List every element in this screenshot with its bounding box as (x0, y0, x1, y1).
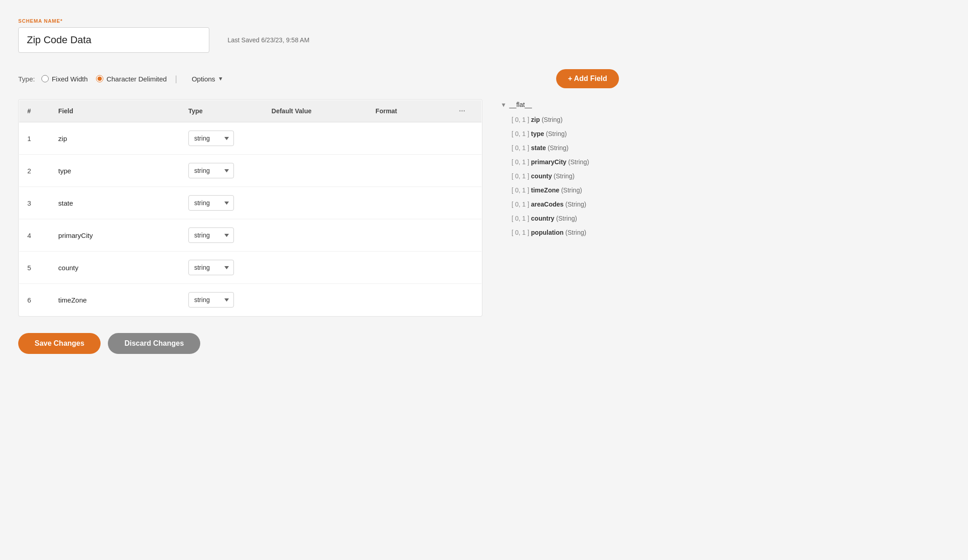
options-button[interactable]: Options ▼ (185, 72, 230, 86)
field-name: county (58, 264, 78, 272)
type-fixed-width[interactable]: Fixed Width (41, 75, 88, 83)
save-changes-button[interactable]: Save Changes (18, 333, 101, 354)
field-name: timeZone (58, 296, 87, 304)
field-range: [ 0, 1 ] (512, 229, 531, 236)
tree-chevron-icon: ▼ (501, 101, 507, 108)
type-select[interactable]: stringintegerfloatbooleandatedatetime (188, 163, 234, 178)
field-range: [ 0, 1 ] (512, 130, 531, 137)
table-row: 2typestringintegerfloatbooleandatedateti… (19, 155, 482, 187)
pipe-divider: | (175, 74, 177, 84)
field-type-sidebar: (String) (544, 130, 567, 137)
type-select[interactable]: stringintegerfloatbooleandatedatetime (188, 260, 234, 275)
sidebar-tree: ▼ __flat__ [ 0, 1 ] zip (String)[ 0, 1 ]… (501, 101, 619, 240)
field-range: [ 0, 1 ] (512, 144, 531, 151)
add-field-button[interactable]: + Add Field (556, 69, 619, 88)
field-name-sidebar: state (531, 144, 546, 151)
field-name: type (58, 167, 71, 175)
field-name-sidebar: type (531, 130, 544, 137)
field-range: [ 0, 1 ] (512, 116, 531, 123)
field-name-sidebar: areaCodes (531, 201, 564, 208)
tree-root-label: __flat__ (509, 101, 532, 108)
character-delimited-radio[interactable] (96, 75, 103, 82)
field-name-sidebar: country (531, 215, 554, 222)
tree-root: ▼ __flat__ (501, 101, 619, 108)
col-header-field: Field (50, 100, 180, 122)
table-row: 1zipstringintegerfloatbooleandatedatetim… (19, 122, 482, 155)
row-number: 6 (27, 296, 31, 304)
field-type-sidebar: (String) (540, 116, 563, 123)
sidebar-tree-item: [ 0, 1 ] type (String) (501, 127, 619, 141)
type-radio-group: Fixed Width Character Delimited (41, 75, 167, 83)
type-label: Type: (18, 75, 35, 83)
field-range: [ 0, 1 ] (512, 172, 531, 180)
field-type-sidebar: (String) (563, 229, 586, 236)
field-type-sidebar: (String) (554, 215, 577, 222)
col-header-default: Default Value (264, 100, 368, 122)
field-name-sidebar: timeZone (531, 187, 559, 194)
field-type-sidebar: (String) (552, 172, 575, 180)
field-name: primaryCity (58, 232, 93, 239)
character-delimited-label: Character Delimited (106, 75, 167, 83)
field-range: [ 0, 1 ] (512, 187, 531, 194)
footer: Save Changes Discard Changes (18, 333, 619, 354)
type-character-delimited[interactable]: Character Delimited (96, 75, 167, 83)
field-name-sidebar: primaryCity (531, 158, 567, 166)
type-select[interactable]: stringintegerfloatbooleandatedatetime (188, 131, 234, 146)
sidebar-tree-item: [ 0, 1 ] population (String) (501, 226, 619, 240)
col-header-more: ⋯ (451, 100, 482, 122)
field-name-sidebar: zip (531, 116, 540, 123)
field-range: [ 0, 1 ] (512, 201, 531, 208)
discard-changes-button[interactable]: Discard Changes (108, 333, 200, 354)
table-row: 5countystringintegerfloatbooleandatedate… (19, 252, 482, 284)
schema-name-label: SCHEMA NAME* (18, 18, 619, 24)
field-type-sidebar: (String) (567, 158, 589, 166)
last-saved-text: Last Saved 6/23/23, 9:58 AM (228, 36, 309, 44)
field-type-sidebar: (String) (559, 187, 582, 194)
sidebar-tree-item: [ 0, 1 ] country (String) (501, 212, 619, 226)
fields-table: # Field Type Default Value Format ⋯ 1zip… (19, 100, 482, 316)
table-row: 3statestringintegerfloatbooleandatedatet… (19, 187, 482, 219)
field-range: [ 0, 1 ] (512, 215, 531, 222)
schema-name-input[interactable] (18, 27, 209, 53)
field-name-sidebar: county (531, 172, 552, 180)
field-name: state (58, 199, 73, 207)
sidebar-tree-item: [ 0, 1 ] timeZone (String) (501, 183, 619, 197)
type-select[interactable]: stringintegerfloatbooleandatedatetime (188, 227, 234, 243)
sidebar-tree-item: [ 0, 1 ] state (String) (501, 141, 619, 155)
sidebar-panel: ▼ __flat__ [ 0, 1 ] zip (String)[ 0, 1 ]… (501, 99, 619, 317)
table-row: 4primaryCitystringintegerfloatbooleandat… (19, 219, 482, 252)
row-number: 1 (27, 135, 31, 142)
sidebar-tree-item: [ 0, 1 ] zip (String) (501, 113, 619, 127)
table-row: 6timeZonestringintegerfloatbooleandateda… (19, 284, 482, 316)
field-name: zip (58, 135, 67, 142)
row-number: 5 (27, 264, 31, 272)
chevron-down-icon: ▼ (218, 76, 223, 82)
table-scroll-wrapper[interactable]: # Field Type Default Value Format ⋯ 1zip… (18, 99, 482, 317)
type-select[interactable]: stringintegerfloatbooleandatedatetime (188, 195, 234, 211)
type-select[interactable]: stringintegerfloatbooleandatedatetime (188, 292, 234, 308)
col-header-format: Format (367, 100, 451, 122)
col-header-num: # (19, 100, 51, 122)
field-name-sidebar: population (531, 229, 564, 236)
field-range: [ 0, 1 ] (512, 158, 531, 166)
row-number: 4 (27, 232, 31, 239)
field-type-sidebar: (String) (546, 144, 569, 151)
fields-table-section: # Field Type Default Value Format ⋯ 1zip… (18, 99, 482, 317)
row-number: 2 (27, 167, 31, 175)
col-header-type: Type (180, 100, 264, 122)
field-type-sidebar: (String) (563, 201, 586, 208)
sidebar-items-list: [ 0, 1 ] zip (String)[ 0, 1 ] type (Stri… (501, 113, 619, 240)
row-number: 3 (27, 199, 31, 207)
sidebar-tree-item: [ 0, 1 ] primaryCity (String) (501, 155, 619, 169)
options-label: Options (192, 75, 215, 83)
fixed-width-label: Fixed Width (52, 75, 88, 83)
sidebar-tree-item: [ 0, 1 ] areaCodes (String) (501, 197, 619, 212)
sidebar-tree-item: [ 0, 1 ] county (String) (501, 169, 619, 183)
fixed-width-radio[interactable] (41, 75, 49, 82)
